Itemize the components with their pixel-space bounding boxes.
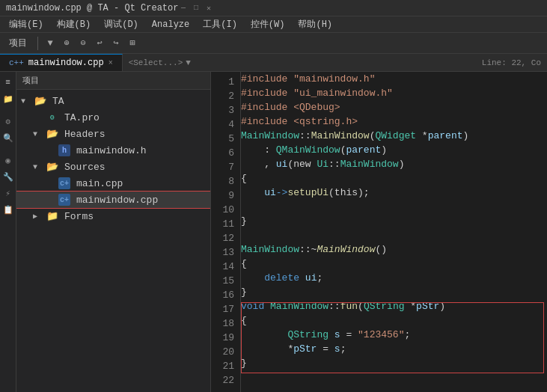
- tree-item-sources[interactable]: ▼📂Sources: [16, 159, 210, 175]
- line-number-3: 3: [211, 103, 240, 117]
- tab-close-button[interactable]: ×: [109, 59, 113, 67]
- tree-arrow-icon: ▼: [21, 97, 33, 105]
- code-line-20: *pStr = s;: [241, 342, 547, 356]
- code-line-15: delete ui;: [241, 271, 547, 285]
- token-op: =: [340, 329, 358, 340]
- tree-item-ta[interactable]: ▼📂TA: [16, 93, 210, 109]
- tree-item-headers[interactable]: ▼📂Headers: [16, 126, 210, 142]
- menu-item-h[interactable]: 帮助(H): [292, 16, 338, 32]
- menu-item-e[interactable]: 编辑(E): [3, 16, 49, 32]
- code-line-17: void MainWindow::fun(QString *pStr): [241, 299, 547, 313]
- sidebar-icon-project[interactable]: ≡: [1, 75, 16, 90]
- toolbar-icon-filter[interactable]: ▼: [43, 36, 58, 51]
- toolbar-icon-grid[interactable]: ⊞: [125, 36, 140, 51]
- token-param: ui: [305, 272, 317, 284]
- token-op: }: [241, 287, 247, 298]
- menu-item-b[interactable]: 构建(B): [51, 16, 97, 32]
- toolbar-icon-forward[interactable]: ↪: [109, 36, 123, 51]
- tree-item-mainwindow-h[interactable]: hmainwindow.h: [16, 142, 210, 159]
- menu-item-w[interactable]: 控件(W): [245, 16, 291, 32]
- sidebar-icon-output[interactable]: 📋: [1, 202, 16, 217]
- code-editor[interactable]: 12345678910111213141516171819202122 #inc…: [211, 72, 547, 392]
- menu-item-d[interactable]: 调试(D): [98, 16, 144, 32]
- tree-item-icon-pro: ⚙: [46, 111, 58, 123]
- sidebar-icon-run[interactable]: ⚡: [1, 186, 16, 200]
- sidebar-icon-build[interactable]: 🔧: [1, 169, 16, 184]
- tab-icon: c++: [9, 58, 24, 67]
- toolbar-separator: [37, 37, 38, 50]
- sidebar-icon-files[interactable]: 📁: [1, 91, 16, 106]
- code-line-2: #include "ui_mainwindow.h": [241, 86, 547, 100]
- code-line-12: [241, 228, 547, 242]
- active-tab[interactable]: c++ mainwindow.cpp ×: [0, 54, 123, 71]
- maximize-button[interactable]: □: [191, 3, 201, 13]
- line-number-12: 12: [211, 231, 240, 245]
- tab-selector[interactable]: <Select...> ▼: [123, 54, 197, 71]
- token-type: QString: [364, 301, 405, 312]
- code-line-9: ui->setupUi(this);: [241, 186, 547, 200]
- sidebar-icon-search[interactable]: 🔍: [1, 130, 16, 145]
- tree-item-mainwindow-cpp[interactable]: c+mainwindow.cpp: [16, 192, 210, 208]
- menu-item-analyze[interactable]: Analyze: [146, 18, 195, 31]
- sidebar-icon-debug[interactable]: ◉: [1, 153, 16, 168]
- line-number-19: 19: [211, 331, 240, 345]
- token-param: s: [334, 343, 340, 355]
- token-op: :: [241, 144, 276, 156]
- code-content: 12345678910111213141516171819202122 #inc…: [211, 72, 547, 392]
- token-inc: #include "ui_mainwindow.h": [241, 88, 393, 99]
- token-param: parent: [428, 130, 463, 141]
- tree-item-icon-folder: 📂: [34, 95, 46, 107]
- line-number-1: 1: [211, 75, 240, 89]
- token-op: [264, 301, 270, 312]
- token-inc: #include "mainwindow.h": [241, 73, 375, 85]
- code-line-7: , ui(new Ui::MainWindow): [241, 157, 547, 171]
- tree-item-ta-pro[interactable]: ⚙TA.pro: [16, 109, 210, 126]
- line-number-16: 16: [211, 288, 240, 302]
- tree-item-forms[interactable]: ▶📁Forms: [16, 208, 210, 224]
- token-op: ;: [317, 272, 323, 284]
- code-line-14: {: [241, 257, 547, 271]
- menu-bar: 编辑(E)构建(B)调试(D)Analyze工具(I)控件(W)帮助(H): [0, 16, 547, 33]
- toolbar-project-label: 项目: [3, 35, 33, 51]
- line-number-17: 17: [211, 302, 240, 316]
- token-op: ::: [328, 301, 340, 312]
- code-line-3: #include <QDebug>: [241, 100, 547, 114]
- code-line-13: MainWindow::~MainWindow(): [241, 242, 547, 257]
- menu-item-i[interactable]: 工具(I): [197, 16, 243, 32]
- code-line-11: }: [241, 214, 547, 228]
- token-op: {: [241, 258, 247, 269]
- line-number-22: 22: [211, 373, 240, 388]
- minimize-button[interactable]: —: [178, 3, 188, 13]
- tree-item-label: Sources: [64, 162, 106, 173]
- tree-item-icon-cpp: c+: [58, 194, 70, 206]
- line-number-18: 18: [211, 316, 240, 331]
- toolbar-icon-link[interactable]: ⊕: [59, 36, 74, 51]
- line-number-11: 11: [211, 217, 240, 231]
- selector-label: <Select...>: [129, 58, 183, 67]
- tree-item-main-cpp[interactable]: c+main.cpp: [16, 175, 210, 192]
- token-type: Ui: [317, 159, 328, 170]
- code-line-10: [241, 200, 547, 214]
- token-param: ui: [276, 159, 288, 170]
- tree-item-label: mainwindow.cpp: [76, 195, 158, 206]
- token-op: {: [241, 315, 247, 326]
- token-func: MainWindow: [311, 130, 370, 141]
- sidebar-icon-settings[interactable]: ⚙: [1, 114, 16, 129]
- toolbar-icon-back[interactable]: ↩: [92, 36, 107, 51]
- token-op: ,: [241, 159, 276, 170]
- code-line-6: : QMainWindow(parent): [241, 143, 547, 157]
- code-line-19: QString s = "123456";: [241, 328, 547, 342]
- token-arrow: ->: [276, 187, 288, 198]
- token-kw: void: [241, 301, 264, 312]
- tree-item-icon-cpp: c+: [58, 177, 70, 189]
- close-button[interactable]: ✕: [204, 3, 213, 13]
- tree-item-icon-folder: 📂: [46, 161, 58, 173]
- toolbar-icon-add[interactable]: ⊖: [76, 36, 91, 51]
- line-number-9: 9: [211, 189, 240, 203]
- code-wrapper[interactable]: #include "mainwindow.h"#include "ui_main…: [241, 72, 547, 392]
- token-destructor: MainWindow: [317, 244, 375, 255]
- file-tree: ▼📂TA⚙TA.pro▼📂Headershmainwindow.h▼📂Sourc…: [16, 90, 210, 392]
- panel-header-label: 项目: [22, 75, 39, 86]
- tree-item-icon-folder: 📂: [46, 128, 58, 140]
- token-op: ): [439, 301, 445, 312]
